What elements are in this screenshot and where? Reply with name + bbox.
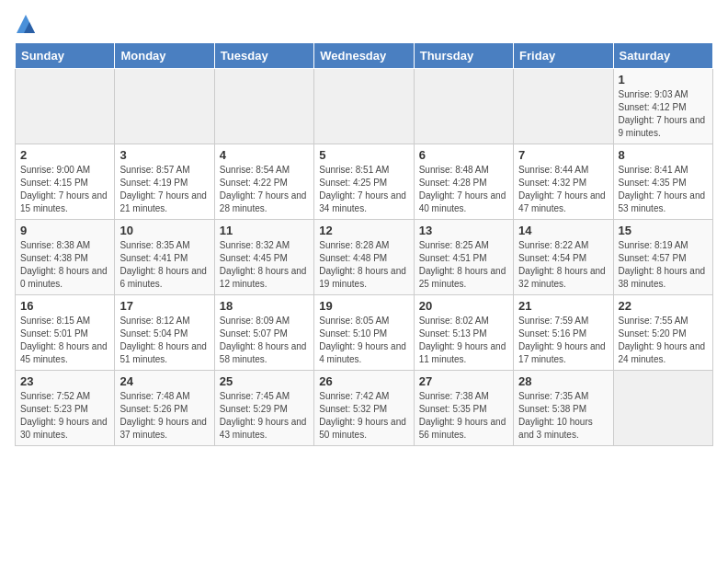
day-number: 23: [20, 374, 109, 388]
calendar-cell: 17Sunrise: 8:12 AM Sunset: 5:04 PM Dayli…: [115, 295, 214, 371]
calendar-cell: 15Sunrise: 8:19 AM Sunset: 4:57 PM Dayli…: [613, 220, 712, 295]
calendar-week-row: 16Sunrise: 8:15 AM Sunset: 5:01 PM Dayli…: [16, 295, 713, 371]
calendar-cell: 10Sunrise: 8:35 AM Sunset: 4:41 PM Dayli…: [115, 220, 214, 295]
day-info: Sunrise: 8:51 AM Sunset: 4:25 PM Dayligh…: [319, 164, 408, 215]
calendar-cell: 14Sunrise: 8:22 AM Sunset: 4:54 PM Dayli…: [514, 220, 613, 295]
calendar-cell: 12Sunrise: 8:28 AM Sunset: 4:48 PM Dayli…: [314, 220, 414, 295]
calendar-cell: 19Sunrise: 8:05 AM Sunset: 5:10 PM Dayli…: [314, 295, 414, 371]
weekday-header-row: SundayMondayTuesdayWednesdayThursdayFrid…: [16, 43, 713, 69]
calendar-cell: [314, 69, 414, 144]
day-number: 27: [419, 374, 508, 388]
day-number: 4: [220, 148, 309, 162]
calendar-cell: 8Sunrise: 8:41 AM Sunset: 4:35 PM Daylig…: [613, 144, 712, 220]
calendar-cell: 18Sunrise: 8:09 AM Sunset: 5:07 PM Dayli…: [214, 295, 313, 371]
weekday-header-friday: Friday: [514, 43, 613, 69]
day-info: Sunrise: 8:22 AM Sunset: 4:54 PM Dayligh…: [518, 239, 608, 291]
day-info: Sunrise: 8:35 AM Sunset: 4:41 PM Dayligh…: [119, 239, 209, 291]
calendar-cell: 27Sunrise: 7:38 AM Sunset: 5:35 PM Dayli…: [414, 371, 513, 446]
calendar-cell: 3Sunrise: 8:57 AM Sunset: 4:19 PM Daylig…: [115, 144, 214, 220]
day-info: Sunrise: 8:44 AM Sunset: 4:32 PM Dayligh…: [518, 164, 608, 215]
calendar-cell: 7Sunrise: 8:44 AM Sunset: 4:32 PM Daylig…: [514, 144, 613, 220]
day-info: Sunrise: 7:35 AM Sunset: 5:38 PM Dayligh…: [518, 390, 608, 442]
day-info: Sunrise: 8:25 AM Sunset: 4:51 PM Dayligh…: [419, 239, 508, 291]
day-number: 6: [419, 148, 508, 162]
day-number: 8: [619, 148, 708, 162]
weekday-header-tuesday: Tuesday: [214, 43, 313, 69]
logo-icon: [17, 15, 35, 33]
day-info: Sunrise: 7:48 AM Sunset: 5:26 PM Dayligh…: [119, 390, 209, 442]
calendar-cell: 5Sunrise: 8:51 AM Sunset: 4:25 PM Daylig…: [314, 144, 414, 220]
calendar-cell: 4Sunrise: 8:54 AM Sunset: 4:22 PM Daylig…: [214, 144, 313, 220]
weekday-header-sunday: Sunday: [16, 43, 115, 69]
day-info: Sunrise: 8:48 AM Sunset: 4:28 PM Dayligh…: [419, 164, 508, 215]
calendar-cell: 22Sunrise: 7:55 AM Sunset: 5:20 PM Dayli…: [613, 295, 712, 371]
day-info: Sunrise: 8:12 AM Sunset: 5:04 PM Dayligh…: [119, 315, 209, 366]
calendar-week-row: 2Sunrise: 9:00 AM Sunset: 4:15 PM Daylig…: [16, 144, 713, 220]
calendar-cell: 9Sunrise: 8:38 AM Sunset: 4:38 PM Daylig…: [16, 220, 115, 295]
day-number: 21: [518, 299, 608, 313]
day-info: Sunrise: 8:32 AM Sunset: 4:45 PM Dayligh…: [220, 239, 309, 291]
day-info: Sunrise: 8:09 AM Sunset: 5:07 PM Dayligh…: [220, 315, 309, 366]
calendar-cell: 28Sunrise: 7:35 AM Sunset: 5:38 PM Dayli…: [514, 371, 613, 446]
weekday-header-saturday: Saturday: [613, 43, 712, 69]
calendar-table: SundayMondayTuesdayWednesdayThursdayFrid…: [15, 42, 713, 446]
day-info: Sunrise: 7:38 AM Sunset: 5:35 PM Dayligh…: [419, 390, 508, 442]
day-info: Sunrise: 8:19 AM Sunset: 4:57 PM Dayligh…: [619, 239, 708, 291]
day-number: 20: [419, 299, 508, 313]
day-info: Sunrise: 8:05 AM Sunset: 5:10 PM Dayligh…: [319, 315, 408, 366]
logo: [15, 15, 35, 35]
day-info: Sunrise: 8:28 AM Sunset: 4:48 PM Dayligh…: [319, 239, 408, 291]
calendar-cell: 6Sunrise: 8:48 AM Sunset: 4:28 PM Daylig…: [414, 144, 513, 220]
day-number: 19: [319, 299, 408, 313]
calendar-week-row: 9Sunrise: 8:38 AM Sunset: 4:38 PM Daylig…: [16, 220, 713, 295]
calendar-cell: 21Sunrise: 7:59 AM Sunset: 5:16 PM Dayli…: [514, 295, 613, 371]
day-info: Sunrise: 7:42 AM Sunset: 5:32 PM Dayligh…: [319, 390, 408, 442]
calendar-cell: 23Sunrise: 7:52 AM Sunset: 5:23 PM Dayli…: [16, 371, 115, 446]
calendar-cell: 20Sunrise: 8:02 AM Sunset: 5:13 PM Dayli…: [414, 295, 513, 371]
header: [15, 15, 713, 35]
day-number: 26: [319, 374, 408, 388]
calendar-week-row: 23Sunrise: 7:52 AM Sunset: 5:23 PM Dayli…: [16, 371, 713, 446]
calendar-cell: [613, 371, 712, 446]
day-number: 17: [119, 299, 209, 313]
day-info: Sunrise: 9:00 AM Sunset: 4:15 PM Dayligh…: [20, 164, 109, 215]
day-number: 24: [119, 374, 209, 388]
day-info: Sunrise: 8:41 AM Sunset: 4:35 PM Dayligh…: [619, 164, 708, 215]
calendar-cell: [16, 69, 115, 144]
day-info: Sunrise: 8:57 AM Sunset: 4:19 PM Dayligh…: [119, 164, 209, 215]
calendar-cell: 16Sunrise: 8:15 AM Sunset: 5:01 PM Dayli…: [16, 295, 115, 371]
day-number: 7: [518, 148, 608, 162]
calendar-cell: [414, 69, 513, 144]
day-info: Sunrise: 7:45 AM Sunset: 5:29 PM Dayligh…: [220, 390, 309, 442]
day-number: 25: [220, 374, 309, 388]
calendar-cell: 24Sunrise: 7:48 AM Sunset: 5:26 PM Dayli…: [115, 371, 214, 446]
day-number: 5: [319, 148, 408, 162]
day-info: Sunrise: 7:59 AM Sunset: 5:16 PM Dayligh…: [518, 315, 608, 366]
calendar-cell: 1Sunrise: 9:03 AM Sunset: 4:12 PM Daylig…: [613, 69, 712, 144]
day-info: Sunrise: 8:54 AM Sunset: 4:22 PM Dayligh…: [220, 164, 309, 215]
calendar-cell: 11Sunrise: 8:32 AM Sunset: 4:45 PM Dayli…: [214, 220, 313, 295]
day-number: 28: [518, 374, 608, 388]
calendar-cell: 2Sunrise: 9:00 AM Sunset: 4:15 PM Daylig…: [16, 144, 115, 220]
day-number: 14: [518, 224, 608, 237]
calendar-cell: [214, 69, 313, 144]
calendar-cell: [514, 69, 613, 144]
day-number: 1: [619, 73, 708, 86]
day-info: Sunrise: 8:38 AM Sunset: 4:38 PM Dayligh…: [20, 239, 109, 291]
day-info: Sunrise: 7:55 AM Sunset: 5:20 PM Dayligh…: [619, 315, 708, 366]
day-info: Sunrise: 7:52 AM Sunset: 5:23 PM Dayligh…: [20, 390, 109, 442]
weekday-header-monday: Monday: [115, 43, 214, 69]
weekday-header-wednesday: Wednesday: [314, 43, 414, 69]
day-number: 15: [619, 224, 708, 237]
day-number: 2: [20, 148, 109, 162]
day-number: 18: [220, 299, 309, 313]
calendar-cell: 13Sunrise: 8:25 AM Sunset: 4:51 PM Dayli…: [414, 220, 513, 295]
calendar-week-row: 1Sunrise: 9:03 AM Sunset: 4:12 PM Daylig…: [16, 69, 713, 144]
day-number: 13: [419, 224, 508, 237]
day-number: 22: [619, 299, 708, 313]
day-info: Sunrise: 8:15 AM Sunset: 5:01 PM Dayligh…: [20, 315, 109, 366]
day-number: 16: [20, 299, 109, 313]
calendar-cell: [115, 69, 214, 144]
day-number: 10: [119, 224, 209, 237]
day-number: 11: [220, 224, 309, 237]
